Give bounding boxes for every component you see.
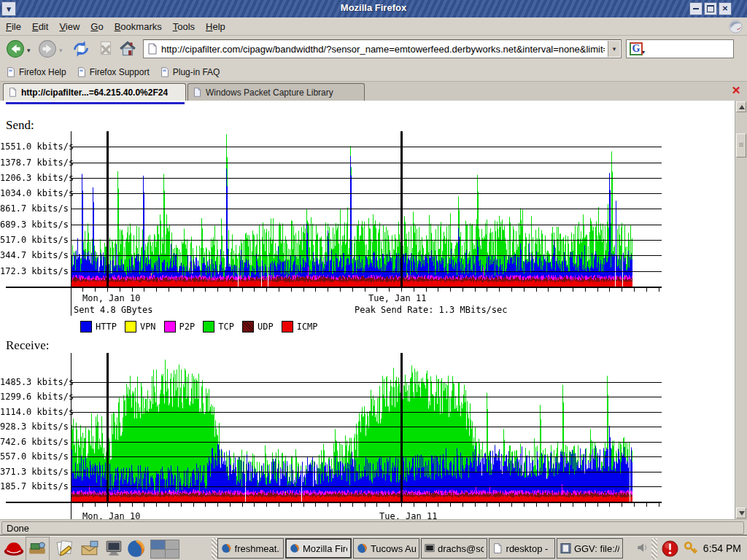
y-axis-tick-label: 928.3 kbits/s: [0, 421, 67, 432]
y-axis-tick-label: 1485.3 kbits/s: [0, 377, 67, 387]
key-icon[interactable]: [683, 540, 699, 559]
y-axis-tick-label: 344.7 kbits/s: [0, 250, 67, 260]
minimize-button[interactable]: [689, 2, 703, 15]
menu-file[interactable]: File: [6, 21, 21, 32]
bookmark-firefox-help[interactable]: Firefox Help: [6, 67, 66, 77]
y-axis-tick-label: 1378.7 kbits/s: [0, 158, 67, 168]
taskbar-window-ggv[interactable]: GGV: file:///: [557, 538, 623, 559]
udp-swatch: [242, 321, 254, 332]
y-axis-tick-label: 172.3 kbits/s: [0, 266, 67, 276]
launcher-mail-icon[interactable]: [80, 539, 100, 559]
menu-edit[interactable]: Edit: [32, 21, 48, 32]
menu-view[interactable]: View: [59, 21, 80, 32]
y-axis-tick-label: 1206.3 kbits/s: [0, 173, 67, 183]
menu-bar: File Edit View Go Bookmarks Tools Help: [0, 18, 747, 36]
url-bar[interactable]: ▾: [143, 39, 622, 58]
launcher-computer-icon[interactable]: [104, 539, 124, 559]
reload-icon[interactable]: [71, 39, 90, 58]
legend-item-icmp: ICMP: [282, 321, 318, 332]
vpn-swatch: [125, 321, 136, 332]
icmp-swatch: [282, 321, 293, 332]
back-icon[interactable]: [6, 39, 25, 58]
window-title: Mozilla Firefox: [0, 2, 747, 13]
launcher-writer-icon[interactable]: [55, 539, 75, 559]
legend-item-p2p: P2P: [164, 321, 196, 332]
bookmark-firefox-support[interactable]: Firefox Support: [77, 67, 150, 77]
send-peak-rate-label: Peak Send Rate: 1.3 MBits/sec: [355, 305, 508, 315]
send-x-label-mon: Mon, Jan 10: [82, 293, 140, 303]
url-input[interactable]: [161, 42, 605, 56]
close-tab-icon[interactable]: ✕: [729, 84, 743, 97]
y-axis-tick-label: 517.0 kbits/s: [0, 235, 67, 245]
page-content: Send: 1551.0 kbits/s1378.7 kbits/s1206.3…: [0, 101, 735, 519]
panel-drag-handle[interactable]: [212, 538, 217, 559]
tab-page-icon: [8, 88, 18, 97]
tab-page-icon: [193, 88, 202, 97]
back-dropdown-icon[interactable]: ▾: [27, 47, 31, 54]
forward-icon[interactable]: [38, 39, 57, 58]
maximize-button[interactable]: [704, 2, 717, 15]
ggv-icon: [560, 542, 571, 554]
status-bar: Done: [0, 519, 747, 536]
stop-icon[interactable]: [96, 39, 115, 58]
search-engine-dropdown-icon[interactable]: ▾: [642, 49, 645, 55]
bookmark-icon: [6, 67, 16, 77]
send-bandwidth-chart: [0, 128, 671, 319]
window-titlebar[interactable]: ▾ Mozilla Firefox ✕: [0, 0, 747, 18]
y-axis-tick-label: 1034.0 kbits/s: [0, 188, 67, 198]
y-axis-tick-label: 742.6 kbits/s: [0, 437, 67, 447]
taskbar-window-terminal[interactable]: drachs@sc8: [421, 538, 487, 559]
volume-icon[interactable]: [636, 541, 649, 557]
bookmark-plugin-faq[interactable]: Plug-in FAQ: [160, 67, 220, 77]
status-text: Done: [1, 521, 744, 534]
forward-dropdown-icon[interactable]: ▾: [59, 47, 63, 54]
menu-bookmarks[interactable]: Bookmarks: [115, 21, 162, 32]
y-axis-tick-label: 1299.6 kbits/s: [0, 392, 67, 402]
y-axis-tick-label: 1551.0 kbits/s: [0, 141, 67, 152]
menu-go[interactable]: Go: [90, 21, 103, 32]
taskbar-window-freshmeat[interactable]: freshmeat.n: [217, 538, 284, 559]
taskbar-window-tucows[interactable]: Tucows Aut: [353, 538, 419, 559]
tab-bar: http://cipafilter...=64.215.40.0%2F24 Wi…: [0, 82, 747, 101]
scrollbar-thumb[interactable]: [736, 133, 746, 158]
search-box[interactable]: G ▾: [626, 39, 734, 58]
tab-windows-packet-capture[interactable]: Windows Packet Capture Library: [187, 83, 365, 101]
y-axis-tick-label: 689.3 kbits/s: [0, 219, 67, 230]
page-rule-line: [6, 102, 185, 104]
menu-tools[interactable]: Tools: [173, 21, 195, 32]
y-axis-tick-label: 1114.0 kbits/s: [0, 407, 67, 417]
legend-item-tcp: TCP: [203, 321, 234, 332]
red-hat-menu-icon[interactable]: [3, 539, 23, 559]
close-button[interactable]: ✕: [719, 2, 732, 15]
legend-item-http: HTTP: [80, 321, 117, 332]
window-list: freshmeat.n Mozilla Firef Tucows Aut dra…: [217, 538, 623, 559]
home-icon[interactable]: [118, 39, 137, 58]
taskbar-window-mozilla-firefox[interactable]: Mozilla Firef: [285, 538, 352, 559]
p2p-swatch: [164, 321, 176, 332]
scroll-up-icon[interactable]: [736, 101, 746, 112]
bookmarks-toolbar: Firefox Help Firefox Support Plug-in FAQ: [0, 63, 747, 82]
workspace-switcher[interactable]: [150, 540, 179, 559]
launcher-browser-icon[interactable]: [28, 539, 47, 559]
bookmark-icon: [160, 67, 170, 77]
tab-bandwidthd[interactable]: http://cipafilter...=64.215.40.0%2F24: [3, 83, 186, 101]
taskbar: freshmeat.n Mozilla Firef Tucows Aut dra…: [0, 536, 747, 560]
menu-help[interactable]: Help: [206, 21, 225, 32]
vertical-scrollbar[interactable]: [735, 101, 747, 519]
taskbar-window-rdesktop[interactable]: rdesktop - 1: [489, 538, 555, 559]
send-total-label: Sent 4.8 GBytes: [74, 305, 152, 315]
legend-item-udp: UDP: [242, 321, 274, 332]
y-axis-tick-label: 557.0 kbits/s: [0, 451, 67, 462]
launcher-firefox-icon[interactable]: [126, 539, 146, 559]
legend-item-vpn: VPN: [125, 321, 156, 332]
terminal-icon: [425, 542, 435, 554]
scroll-down-icon[interactable]: [736, 508, 746, 518]
firefox-icon: [221, 542, 232, 554]
url-dropdown-icon[interactable]: ▾: [608, 41, 620, 57]
y-axis-tick-label: 861.7 kbits/s: [0, 203, 67, 214]
firefox-icon: [290, 542, 300, 554]
y-axis-tick-label: 185.7 kbits/s: [0, 481, 67, 491]
tray-drag-handle[interactable]: [651, 538, 657, 559]
alert-notification-icon[interactable]: [661, 540, 679, 560]
google-search-icon: G: [630, 42, 643, 55]
